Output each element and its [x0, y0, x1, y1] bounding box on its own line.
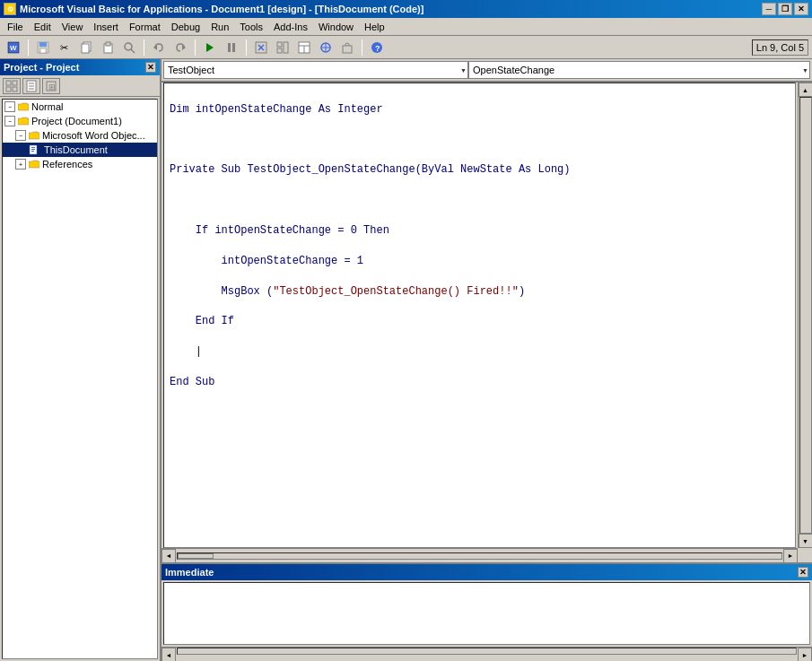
- immediate-title: Immediate: [165, 567, 214, 578]
- restore-button[interactable]: ❐: [778, 3, 792, 15]
- menu-debug[interactable]: Debug: [166, 19, 205, 35]
- svg-rect-7: [82, 44, 89, 53]
- toolbar-btn-undo[interactable]: [149, 39, 169, 57]
- minimize-button[interactable]: ─: [762, 3, 776, 15]
- expand-normal[interactable]: −: [4, 101, 15, 112]
- vscroll-track[interactable]: [799, 97, 812, 534]
- sidebar-title: Project - Project: [4, 62, 79, 73]
- status-position: Ln 9, Col 5: [752, 39, 808, 56]
- toolbar-btn-prjexplorer[interactable]: [273, 39, 292, 57]
- code-line-9: [170, 344, 790, 360]
- toolbar-btn-help[interactable]: ?: [367, 39, 387, 57]
- sidebar: Project - Project ✕ ⊞ − Normal: [0, 59, 162, 661]
- sidebar-btn-1[interactable]: [3, 78, 21, 94]
- code-line-5: If intOpenStateChange = 0 Then: [170, 223, 790, 239]
- toolbar-sep-3: [195, 39, 196, 56]
- msword-label: Microsoft Word Objec...: [42, 130, 145, 141]
- sidebar-btn-3[interactable]: ⊞: [42, 78, 60, 94]
- immediate-close-button[interactable]: ✕: [798, 567, 808, 578]
- code-line-10: End Sub: [170, 375, 790, 390]
- code-line-4: [170, 193, 790, 208]
- code-line-8: End If: [170, 314, 790, 329]
- hscroll-track[interactable]: [177, 552, 782, 560]
- thisdoc-label: ThisDocument: [44, 144, 108, 155]
- normal-folder-icon: [17, 100, 30, 113]
- imm-hscroll-right[interactable]: ►: [798, 648, 812, 661]
- menu-view[interactable]: View: [57, 19, 89, 35]
- project-tree: − Normal − Project (Document1) −: [2, 99, 158, 659]
- hscroll-thumb[interactable]: [178, 553, 214, 559]
- hscroll-left[interactable]: ◄: [162, 549, 176, 563]
- expand-references[interactable]: +: [15, 159, 26, 170]
- sidebar-close-button[interactable]: ✕: [145, 62, 156, 73]
- expand-msword[interactable]: −: [15, 130, 26, 141]
- menu-help[interactable]: Help: [359, 19, 390, 35]
- toolbar-btn-redo[interactable]: [170, 39, 190, 57]
- toolbar-save[interactable]: [33, 39, 53, 57]
- tree-item-thisdoc[interactable]: ThisDocument: [3, 143, 157, 157]
- tree-item-references[interactable]: + References: [3, 157, 157, 171]
- menu-format[interactable]: Format: [124, 19, 166, 35]
- toolbar-btn-design[interactable]: [251, 39, 271, 57]
- toolbar-btn-1[interactable]: W: [4, 39, 23, 57]
- object-dropdown[interactable]: TestObject: [163, 61, 468, 79]
- title-bar-controls[interactable]: ─ ❐ ✕: [762, 3, 808, 15]
- menu-window[interactable]: Window: [313, 19, 359, 35]
- hscroll: ◄ ►: [162, 548, 798, 562]
- code-line-3: Private Sub TestObject_OpenStateChange(B…: [170, 162, 790, 178]
- immediate-body[interactable]: [163, 582, 810, 645]
- normal-label: Normal: [31, 101, 63, 112]
- svg-rect-20: [277, 42, 282, 47]
- svg-text:⊞: ⊞: [48, 83, 56, 91]
- svg-point-10: [125, 43, 132, 50]
- svg-rect-44: [31, 149, 35, 150]
- expand-project[interactable]: −: [4, 116, 15, 126]
- toolbar-btn-break[interactable]: [222, 39, 241, 57]
- object-select-wrap: TestObject: [163, 61, 468, 79]
- sidebar-header: Project - Project ✕: [0, 59, 160, 75]
- imm-hscroll-left[interactable]: ◄: [162, 648, 176, 661]
- tree-item-project[interactable]: − Project (Document1): [3, 114, 157, 128]
- toolbar-btn-paste[interactable]: [98, 39, 118, 57]
- tree-item-msword[interactable]: − Microsoft Word Objec...: [3, 128, 157, 143]
- svg-rect-29: [343, 46, 352, 53]
- vscroll-down[interactable]: ▼: [799, 534, 813, 548]
- references-folder-icon: [28, 158, 40, 170]
- toolbar-btn-copy[interactable]: [76, 39, 96, 57]
- vscroll: ▲ ▼: [798, 83, 812, 548]
- menu-insert[interactable]: Insert: [88, 19, 124, 35]
- toolbar-sep-5: [362, 39, 362, 56]
- svg-rect-4: [40, 48, 46, 53]
- toolbar-btn-cut[interactable]: ✂: [55, 39, 74, 57]
- toolbar-btn-propwin[interactable]: [294, 39, 314, 57]
- toolbar: W ✂ ? Ln 9,: [0, 36, 812, 59]
- svg-rect-9: [106, 42, 110, 46]
- menu-edit[interactable]: Edit: [29, 19, 57, 35]
- menu-addins[interactable]: Add-Ins: [268, 19, 313, 35]
- tree-item-normal[interactable]: − Normal: [3, 100, 157, 114]
- code-editor[interactable]: Dim intOpenStateChange As Integer Privat…: [163, 83, 796, 548]
- toolbar-btn-run[interactable]: [200, 39, 220, 57]
- svg-rect-21: [284, 42, 288, 53]
- menu-bar: File Edit View Insert Format Debug Run T…: [0, 18, 812, 36]
- imm-hscroll-track[interactable]: [177, 648, 797, 655]
- menu-file[interactable]: File: [2, 19, 29, 35]
- vscroll-up[interactable]: ▲: [799, 83, 813, 97]
- main-container: Project - Project ✕ ⊞ − Normal: [0, 59, 812, 661]
- proc-dropdown[interactable]: OpenStateChange: [468, 61, 810, 79]
- hscroll-right[interactable]: ►: [783, 549, 798, 563]
- proc-select-wrap: OpenStateChange: [468, 61, 810, 79]
- svg-text:✂: ✂: [60, 42, 68, 53]
- menu-tools[interactable]: Tools: [234, 19, 268, 35]
- svg-rect-43: [31, 147, 35, 148]
- immediate-header: Immediate ✕: [162, 564, 812, 580]
- svg-rect-15: [228, 43, 231, 52]
- menu-run[interactable]: Run: [205, 19, 234, 35]
- toolbar-btn-find[interactable]: [119, 39, 139, 57]
- sidebar-btn-2[interactable]: [22, 78, 40, 94]
- toolbar-btn-objbrowser[interactable]: [316, 39, 336, 57]
- toolbar-btn-toolbox[interactable]: [337, 39, 357, 57]
- close-button[interactable]: ✕: [794, 3, 808, 15]
- code-line-1: Dim intOpenStateChange As Integer: [170, 102, 790, 117]
- code-line-6: intOpenStateChange = 1: [170, 254, 790, 269]
